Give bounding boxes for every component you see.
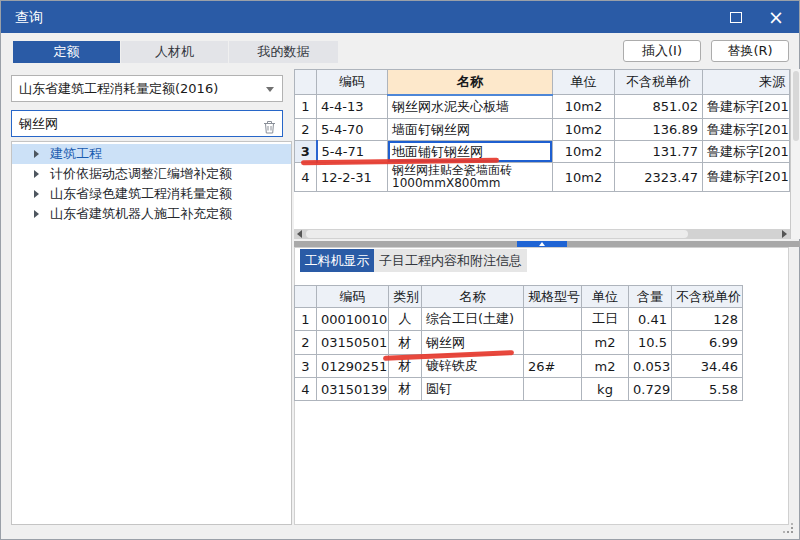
table-row: 1 00010010 人 综合工日(土建) 工日 0.41 128 — [295, 308, 743, 331]
cell-unit[interactable]: 10m2 — [553, 141, 615, 163]
cell-code[interactable]: 01290251 — [317, 355, 389, 378]
tree-item-label: 山东省建筑机器人施工补充定额 — [50, 206, 232, 221]
expand-arrow-icon[interactable] — [34, 210, 39, 218]
cell-code[interactable]: 4-4-13 — [317, 95, 388, 119]
cell-code[interactable]: 00010010 — [317, 308, 389, 331]
vertical-scrollbar[interactable] — [790, 69, 800, 239]
col-header-name: 名称 — [422, 286, 524, 308]
cell-qty[interactable]: 0.729 — [629, 378, 672, 401]
tree-item-robot-supplement[interactable]: 山东省建筑机器人施工补充定额 — [12, 204, 291, 224]
horizontal-scrollbar-thumb[interactable] — [306, 230, 688, 238]
row-number[interactable]: 2 — [295, 119, 317, 141]
tab-content-notes[interactable]: 子目工程内容和附注信息 — [374, 249, 527, 272]
resize-grip[interactable] — [783, 523, 793, 533]
cell-price[interactable]: 851.02 — [615, 95, 703, 119]
row-number[interactable]: 3 — [295, 355, 317, 378]
corner-header — [295, 70, 317, 95]
cell-price[interactable]: 136.89 — [615, 119, 703, 141]
vertical-scrollbar-thumb[interactable] — [793, 71, 799, 141]
search-input[interactable]: 钢丝网 — [11, 110, 283, 137]
row-number[interactable]: 2 — [295, 331, 317, 355]
cell-name[interactable]: 综合工日(土建) — [422, 308, 524, 331]
cell-category[interactable]: 人 — [389, 308, 422, 331]
cell-source[interactable]: 鲁建标字[2016] — [703, 163, 790, 192]
cell-qty[interactable]: 0.053 — [629, 355, 672, 378]
table-row: 4 03150139 材 圆钉 kg 0.729 5.58 — [295, 378, 743, 401]
scroll-left-icon[interactable] — [297, 230, 302, 238]
close-button[interactable]: × — [759, 1, 793, 33]
tree-item-label: 山东省绿色建筑工程消耗量定额 — [50, 186, 232, 201]
cell-qty[interactable]: 0.41 — [629, 308, 672, 331]
row-number[interactable]: 4 — [295, 163, 317, 192]
cell-price[interactable]: 6.99 — [672, 331, 743, 355]
scroll-right-icon[interactable] — [782, 230, 787, 238]
tab-labor-material-machine[interactable]: 人材机 — [121, 41, 228, 63]
row-number[interactable]: 1 — [295, 95, 317, 119]
window-title: 查询 — [15, 1, 43, 33]
cell-spec[interactable] — [524, 378, 582, 401]
cell-name[interactable]: 钢丝网挂贴全瓷墙面砖 1000mmX800mm — [388, 163, 553, 192]
col-header-category: 类别 — [389, 286, 422, 308]
tab-quota[interactable]: 定额 — [13, 41, 120, 63]
cell-code[interactable]: 03150139 — [317, 378, 389, 401]
cell-spec[interactable] — [524, 308, 582, 331]
row-number[interactable]: 4 — [295, 378, 317, 401]
cell-source[interactable]: 鲁建标字[2016] — [703, 141, 790, 163]
cell-unit[interactable]: 10m2 — [553, 95, 615, 119]
cell-name-line2: 1000mmX800mm — [392, 177, 548, 190]
cell-source[interactable]: 鲁建标字[2016] — [703, 95, 790, 119]
cell-spec[interactable] — [524, 331, 582, 355]
cell-price[interactable]: 2323.47 — [615, 163, 703, 192]
quota-library-value: 山东省建筑工程消耗量定额(2016) — [19, 81, 218, 96]
cell-unit[interactable]: m2 — [582, 355, 629, 378]
expand-arrow-icon[interactable] — [34, 150, 39, 158]
col-header-name: 名称 — [388, 70, 553, 95]
category-tree: 建筑工程 计价依据动态调整汇编增补定额 山东省绿色建筑工程消耗量定额 山东省建筑… — [11, 141, 292, 525]
quota-library-select[interactable]: 山东省建筑工程消耗量定额(2016) — [11, 75, 283, 102]
cell-name[interactable]: 钢丝网水泥夹心板墙 — [388, 95, 553, 119]
col-header-price: 不含税单价 — [615, 70, 703, 95]
col-header-code: 编码 — [317, 286, 389, 308]
search-value: 钢丝网 — [19, 116, 58, 131]
detail-pane: 工料机显示 子目工程内容和附注信息 编码 类别 名称 规格型号 单位 含量 不含… — [294, 247, 789, 525]
tab-my-data[interactable]: 我的数据 — [229, 41, 338, 63]
col-header-spec: 规格型号 — [524, 286, 582, 308]
cell-qty[interactable]: 10.5 — [629, 331, 672, 355]
cell-category[interactable]: 材 — [389, 378, 422, 401]
cell-unit[interactable]: kg — [582, 378, 629, 401]
cell-unit[interactable]: 10m2 — [553, 163, 615, 192]
cell-name[interactable]: 圆钉 — [422, 378, 524, 401]
cell-price[interactable]: 131.77 — [615, 141, 703, 163]
tree-item-construction[interactable]: 建筑工程 — [12, 144, 291, 164]
cell-category[interactable]: 材 — [389, 331, 422, 355]
clear-search-icon[interactable] — [263, 117, 276, 142]
tree-item-green-building[interactable]: 山东省绿色建筑工程消耗量定额 — [12, 184, 291, 204]
table-row: 3 01290251 材 镀锌铁皮 26# m2 0.053 34.46 — [295, 355, 743, 378]
cell-code[interactable]: 5-4-70 — [317, 119, 388, 141]
cell-code[interactable]: 03150501 — [317, 331, 389, 355]
cell-spec[interactable]: 26# — [524, 355, 582, 378]
cell-price[interactable]: 5.58 — [672, 378, 743, 401]
cell-unit[interactable]: 工日 — [582, 308, 629, 331]
row-number[interactable]: 1 — [295, 308, 317, 331]
col-header-code: 编码 — [317, 70, 388, 95]
horizontal-scrollbar[interactable] — [294, 229, 790, 239]
tree-item-dynamic-adjust[interactable]: 计价依据动态调整汇编增补定额 — [12, 164, 291, 184]
quota-results-grid: 编码 名称 单位 不含税单价 来源 1 4-4-13 钢丝网水泥夹心板墙 10m… — [294, 69, 790, 229]
cell-source[interactable]: 鲁建标字[2016] — [703, 119, 790, 141]
titlebar: 查询 × — [1, 1, 799, 33]
cell-unit[interactable]: 10m2 — [553, 119, 615, 141]
cell-price[interactable]: 128 — [672, 308, 743, 331]
col-header-price: 不含税单价 — [672, 286, 743, 308]
replace-button[interactable]: 替换(R) — [711, 40, 789, 62]
tab-wlj-display[interactable]: 工料机显示 — [300, 249, 374, 272]
table-row: 2 03150501 材 钢丝网 m2 10.5 6.99 — [295, 331, 743, 355]
maximize-button[interactable] — [719, 1, 753, 33]
insert-button[interactable]: 插入(I) — [623, 40, 701, 62]
cell-name[interactable]: 墙面钉钢丝网 — [388, 119, 553, 141]
expand-arrow-icon[interactable] — [34, 170, 39, 178]
expand-arrow-icon[interactable] — [34, 190, 39, 198]
cell-unit[interactable]: m2 — [582, 331, 629, 355]
cell-code[interactable]: 12-2-31 — [317, 163, 388, 192]
cell-price[interactable]: 34.46 — [672, 355, 743, 378]
